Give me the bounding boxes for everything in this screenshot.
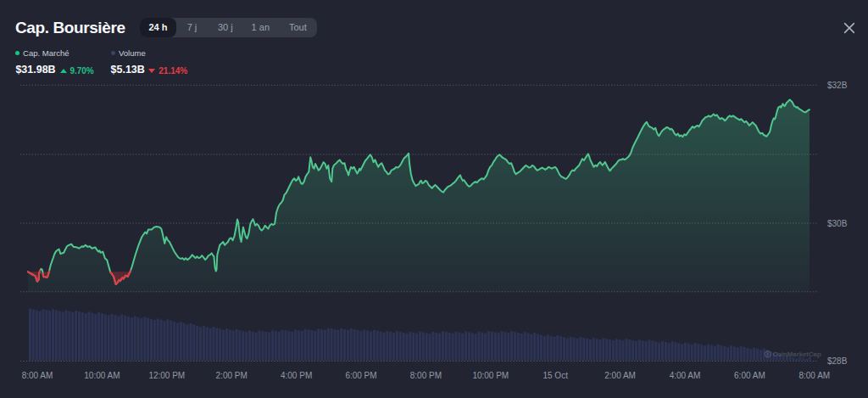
svg-text:$28B: $28B <box>827 356 848 366</box>
svg-text:$32B: $32B <box>827 81 848 90</box>
svg-text:8:00 AM: 8:00 AM <box>798 371 830 380</box>
svg-text:8:00 AM: 8:00 AM <box>22 371 53 380</box>
svg-text:6:00 AM: 6:00 AM <box>734 371 765 380</box>
svg-text:10:00 PM: 10:00 PM <box>472 371 509 380</box>
svg-text:$30B: $30B <box>827 219 848 228</box>
svg-text:8:00 PM: 8:00 PM <box>410 371 442 380</box>
svg-text:CoinMarketCap: CoinMarketCap <box>773 350 821 358</box>
svg-text:10:00 AM: 10:00 AM <box>84 371 120 380</box>
svg-text:4:00 PM: 4:00 PM <box>281 371 312 380</box>
svg-text:15 Oct: 15 Oct <box>542 371 568 380</box>
svg-text:12:00 PM: 12:00 PM <box>148 371 185 380</box>
svg-text:6:00 PM: 6:00 PM <box>345 371 376 380</box>
svg-text:2:00 PM: 2:00 PM <box>216 371 248 380</box>
svg-text:4:00 AM: 4:00 AM <box>670 371 701 380</box>
svg-text:2:00 AM: 2:00 AM <box>604 371 636 380</box>
